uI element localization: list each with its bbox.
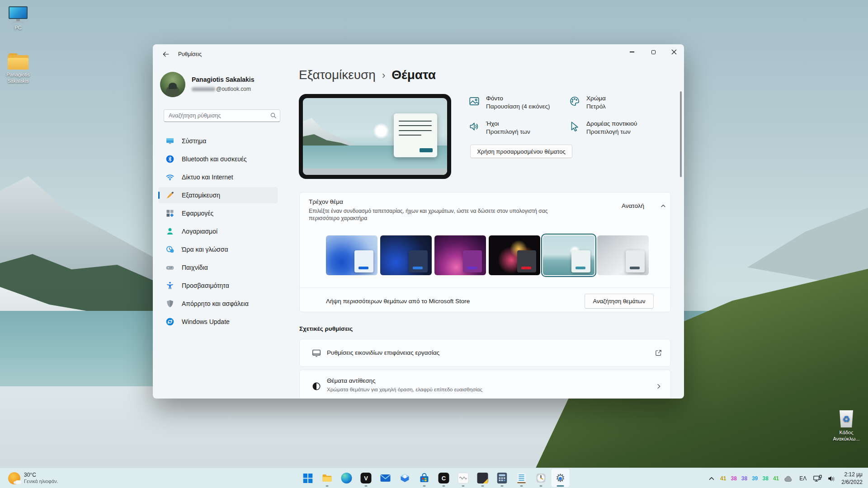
tray-chevron-button[interactable] [708,474,716,483]
quick-value: Πετρόλ [586,103,606,110]
hw-monitor-value[interactable]: 38 [741,475,747,482]
clock-app-button[interactable] [532,469,550,487]
edge-button[interactable] [338,469,356,487]
hw-monitor-value[interactable]: 41 [720,475,726,482]
sidebar-item-time-language[interactable]: Ώρα και γλώσσα [158,241,278,258]
taskbar-apps: V C [299,469,570,487]
sidebar-nav: Σύστημα Bluetooth και συσκευές Δίκτυο κα… [158,133,278,332]
sidebar-item-label: Εξατομίκευση [182,192,220,199]
store-text: Λήψη περισσότερων θεμάτων από το Microso… [326,298,470,305]
file-explorer-button[interactable] [318,469,336,487]
quick-value: Προεπιλογή των [586,128,637,135]
c-app-button[interactable]: C [435,469,453,487]
apps-icon [165,209,175,218]
cloud-tray-button[interactable] [783,475,793,482]
equalizer-app-button[interactable] [454,469,472,487]
contrast-themes-row[interactable]: Θέματα αντίθεσης Χρώματα θεμάτων για χαμ… [299,370,671,399]
use-custom-theme-button[interactable]: Χρήση προσαρμοσμένου θέματος [470,145,572,158]
desktop-icon-pc-label: PC [0,24,36,31]
avatar[interactable] [160,72,185,97]
cube-app-button[interactable] [396,469,414,487]
desktop-icon-pc[interactable]: PC [0,6,36,31]
recycle-symbol-icon: ♻ [842,413,850,425]
personalization-icon [165,191,175,200]
sticky-notes-icon [477,473,488,483]
sidebar-item-windows-update[interactable]: Windows Update [158,314,278,330]
sidebar-item-accounts[interactable]: Λογαριασμοί [158,223,278,239]
close-button[interactable] [664,44,684,60]
search-input[interactable] [164,109,280,122]
sidebar-item-network[interactable]: Δίκτυο και Internet [158,169,278,185]
window-title: Ρυθμίσεις [178,51,202,57]
sidebar-item-apps[interactable]: Εφαρμογές [158,205,278,221]
settings-button[interactable]: ⚙ [552,469,570,487]
page-title: Θέματα [392,68,436,82]
desktop-icon-recycle-bin[interactable]: ♻ Κάδος Ανακύκλω... [828,410,864,442]
sidebar-item-gaming[interactable]: Παιχνίδια [158,259,278,276]
theme-thumbnail-windows-dark[interactable] [380,235,432,275]
back-button[interactable] [159,48,173,61]
clock-tray[interactable]: 2:12 μμ 2/6/2022 [841,471,864,485]
update-icon [165,317,175,326]
settings-window: Ρυθμίσεις Panagiotis Sakalakis @outlook.… [153,44,684,399]
sidebar-item-label: Προσβασιμότητα [182,282,229,289]
scrollbar-thumb[interactable] [680,91,682,177]
theme-thumbnail-sunrise-selected[interactable] [543,235,594,275]
maximize-button[interactable] [643,44,664,60]
weather-widget[interactable]: 30°C Γενικά ηλιοφάν. [5,469,62,487]
quick-setting-background: Φόντο Παρουσίαση (4 εικόνες) [468,95,568,110]
pc-icon [0,6,36,23]
shield-icon [165,299,175,308]
language-indicator[interactable]: ΕΛ [798,475,808,482]
theme-thumbnail-flow[interactable] [597,235,649,275]
sidebar-item-system[interactable]: Σύστημα [158,133,278,149]
start-button[interactable] [299,469,317,487]
theme-thumbnail-windows-light[interactable] [326,235,377,275]
sidebar-item-bluetooth[interactable]: Bluetooth και συσκευές [158,151,278,167]
sidebar-item-accessibility[interactable]: Προσβασιμότητα [158,277,278,294]
notepad-button[interactable] [513,469,531,487]
sidebar-item-privacy[interactable]: Απόρρητο και ασφάλεια [158,296,278,312]
sidebar-item-label: Bluetooth και συσκευές [182,155,247,163]
vivaldi-button[interactable]: V [357,469,375,487]
sidebar-item-label: Windows Update [182,318,230,325]
desktop-icon-settings-row[interactable]: Ρυθμίσεις εικονιδίων επιφάνειας εργασίας [299,339,671,367]
theme-thumbnail-glow[interactable] [434,235,486,275]
hw-monitor-value[interactable]: 38 [763,475,769,482]
hw-monitor-value[interactable]: 41 [773,475,779,482]
breadcrumb-parent[interactable]: Εξατομίκευση [299,68,376,82]
back-arrow-icon [162,50,170,58]
palette-icon [569,95,580,107]
wallpaper-shore [0,386,610,468]
selected-theme-name: Ανατολή [622,202,644,209]
sticky-notes-button[interactable] [474,469,492,487]
cloud-icon [783,475,793,482]
speaker-icon [468,121,480,132]
current-theme-card: Τρέχον θέμα Επιλέξτε έναν συνδυασμό ταπε… [299,192,671,312]
theme-thumbnail-captured-motion[interactable] [489,235,540,275]
preview-settings-card [394,113,437,157]
volume-tray-button[interactable] [827,474,837,483]
calculator-button[interactable] [493,469,511,487]
browse-themes-button[interactable]: Αναζήτηση θεμάτων [585,294,654,309]
bluetooth-icon [165,155,175,164]
quick-title: Δρομέας ποντικιού [586,120,637,127]
theme-thumbnails [326,235,649,275]
quick-setting-sounds: Ήχοι Προεπιλογή των [468,120,568,135]
sidebar-item-label: Παιχνίδια [182,264,208,271]
quick-setting-cursor: Δρομέας ποντικιού Προεπιλογή των [569,120,668,135]
c-app-icon: C [439,473,449,483]
minimize-button[interactable] [622,44,642,60]
email-redacted [192,87,215,91]
microsoft-store-button[interactable] [415,469,434,487]
taskbar: 30°C Γενικά ηλιοφάν. V [0,468,868,488]
chevron-up-icon [708,474,716,483]
mail-button[interactable] [377,469,395,487]
collapse-section-button[interactable] [660,202,667,211]
hw-monitor-value[interactable]: 39 [752,475,758,482]
network-tray-button[interactable] [812,474,822,483]
sidebar-item-personalization[interactable]: Εξατομίκευση [158,187,278,203]
hw-monitor-value[interactable]: 38 [731,475,736,482]
file-explorer-icon [322,473,333,483]
desktop-icon-user-folder[interactable]: Panagiotis Sakalakis [0,53,36,84]
